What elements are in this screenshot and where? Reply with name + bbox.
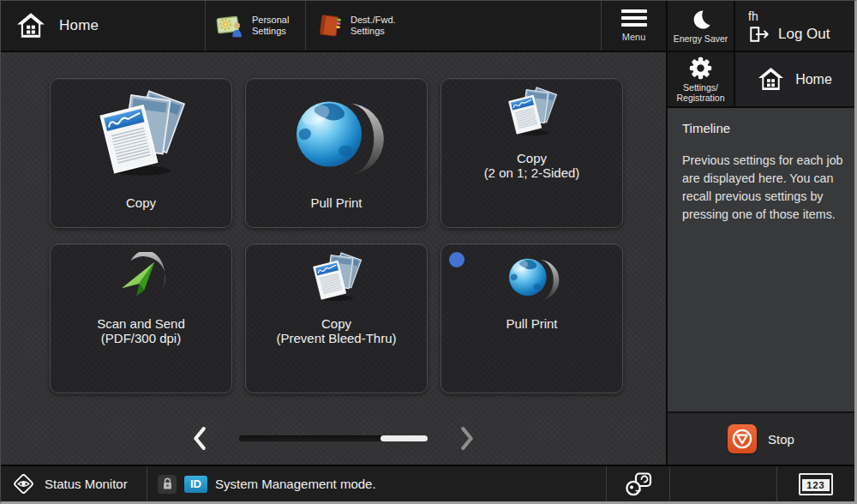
- status-monitor-icon: [12, 472, 35, 495]
- logout-door-icon: [748, 26, 770, 43]
- personal-settings-label-line2: Settings: [252, 26, 289, 37]
- stop-button[interactable]: Stop: [668, 411, 854, 465]
- timeline-title: Timeline: [682, 121, 840, 135]
- sidebar-home-button[interactable]: Home: [734, 52, 854, 106]
- log-out-button[interactable]: fh Log Out: [734, 1, 854, 51]
- tile-copy-2on1-2sided[interactable]: Copy (2 on 1; 2-Sided): [440, 78, 623, 228]
- system-message: System Management mode.: [215, 477, 376, 491]
- tile-label: Scan and Send: [97, 316, 185, 331]
- home-icon: [758, 66, 784, 93]
- paper-plane-icon: [111, 252, 171, 307]
- id-badge: ID: [184, 476, 207, 493]
- log-out-label: Log Out: [778, 26, 830, 43]
- keypad-123-icon: 123: [799, 473, 832, 495]
- tile-sublabel: (Prevent Bleed-Thru): [276, 331, 396, 345]
- voice-guidance-icon: [624, 471, 653, 497]
- dest-fwd-label-line2: Settings: [351, 26, 396, 37]
- menu-label: Menu: [622, 32, 646, 42]
- stop-label: Stop: [768, 432, 794, 447]
- hamburger-icon: [621, 9, 647, 27]
- tile-label: Copy: [321, 316, 351, 331]
- dest-fwd-label-line1: Dest./Fwd.: [351, 15, 396, 26]
- tile-label: Pull Print: [506, 316, 557, 331]
- sidebar-row-nav: Settings/ Registration Home: [668, 52, 854, 108]
- timeline-description: Previous settings for each job are displ…: [682, 152, 847, 224]
- tile-pull-print-2[interactable]: Pull Print: [440, 243, 623, 393]
- personal-settings-icon: [216, 13, 245, 39]
- copy-documents-icon: [93, 90, 189, 186]
- tile-sublabel: (PDF/300 dpi): [101, 331, 181, 345]
- personal-settings-label-line1: Personal: [252, 15, 289, 26]
- address-book-icon: [316, 13, 344, 39]
- tile-label: Copy: [126, 195, 156, 210]
- settings-registration-line2: Registration: [676, 93, 724, 103]
- numeric-keypad-button[interactable]: 123: [776, 466, 854, 501]
- copy-documents-icon: [502, 87, 562, 141]
- energy-saver-label: Energy Saver: [674, 33, 728, 44]
- top-region: Home Personal: [1, 1, 854, 465]
- tile-sublabel: (2 on 1; 2-Sided): [484, 165, 580, 180]
- settings-registration-line1: Settings/: [683, 82, 718, 93]
- home-screen-canvas: Copy Pull Print Copy (2 on 1; 2-Sided) S…: [1, 52, 666, 465]
- notification-dot: [449, 252, 464, 267]
- page-scroller: [192, 427, 475, 450]
- status-monitor-label: Status Monitor: [45, 477, 128, 491]
- lock-icon: [158, 475, 177, 494]
- status-bar: Status Monitor ID System Management mode…: [1, 465, 854, 501]
- tile-pull-print[interactable]: Pull Print: [245, 78, 428, 228]
- timeline-panel: Timeline Previous settings for each job …: [668, 108, 854, 411]
- function-tiles-grid: Copy Pull Print Copy (2 on 1; 2-Sided) S…: [50, 78, 623, 393]
- system-message-area: ID System Management mode.: [147, 466, 606, 501]
- energy-saver-button[interactable]: Energy Saver: [668, 1, 734, 51]
- page-scrollbar-thumb[interactable]: [381, 435, 428, 441]
- status-bar-spacer: [670, 466, 776, 501]
- tile-copy[interactable]: Copy: [50, 78, 232, 228]
- status-monitor-button[interactable]: Status Monitor: [1, 466, 147, 501]
- copy-documents-icon: [307, 252, 367, 307]
- right-sidebar: Energy Saver fh Log Out Settings/ Regist…: [666, 1, 854, 465]
- keypad-label: 123: [802, 479, 829, 491]
- sidebar-row-session: Energy Saver fh Log Out: [668, 1, 854, 52]
- left-column: Home Personal: [1, 1, 666, 465]
- tile-copy-prevent-bleed-thru[interactable]: Copy (Prevent Bleed-Thru): [245, 243, 428, 393]
- menu-button[interactable]: Menu: [601, 1, 666, 51]
- page-scrollbar-track[interactable]: [239, 435, 428, 441]
- dest-fwd-settings-button[interactable]: Dest./Fwd. Settings: [305, 1, 405, 51]
- next-page-arrow[interactable]: [460, 427, 475, 450]
- tile-label: Copy: [517, 151, 547, 165]
- home-icon: [16, 11, 45, 40]
- tile-scan-and-send[interactable]: Scan and Send (PDF/300 dpi): [50, 243, 232, 393]
- personal-settings-button[interactable]: Personal Settings: [205, 1, 305, 51]
- page-title: Home: [59, 17, 99, 34]
- moon-icon: [690, 9, 712, 31]
- header-bar: Home Personal: [1, 1, 666, 52]
- tile-label: Pull Print: [310, 195, 362, 210]
- header-home-title: Home: [1, 1, 205, 51]
- globe-icon: [502, 252, 562, 307]
- voice-guidance-button[interactable]: [606, 466, 670, 501]
- printer-touchscreen: Home Personal: [0, 0, 857, 504]
- settings-registration-button[interactable]: Settings/ Registration: [668, 52, 734, 106]
- settings-registration-label: Settings/ Registration: [676, 82, 724, 103]
- globe-icon: [289, 90, 385, 186]
- header-spacer: [405, 1, 601, 51]
- sidebar-home-label: Home: [795, 72, 832, 87]
- gear-icon: [689, 57, 712, 80]
- previous-page-arrow[interactable]: [192, 427, 207, 450]
- logged-in-user: fh: [748, 9, 854, 23]
- stop-icon: [728, 424, 757, 453]
